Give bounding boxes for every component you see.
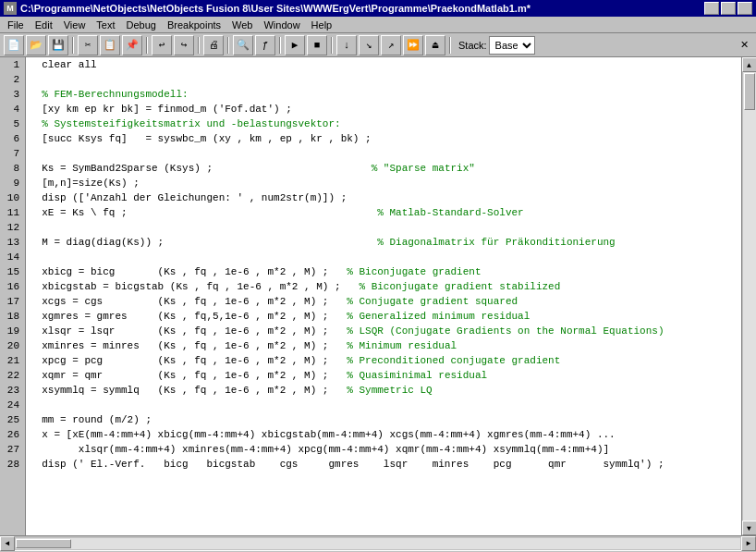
code-line-11: xE = Ks \ fq ; % Matlab-Standard-Solver xyxy=(26,205,741,220)
function-button[interactable]: ƒ xyxy=(255,35,275,55)
undo-button[interactable]: ↩ xyxy=(152,35,172,55)
code-line-26: x = [xE(mm-4:mm+4) xbicg(mm-4:mm+4) xbic… xyxy=(26,427,741,442)
print-button[interactable]: 🖨 xyxy=(203,35,224,55)
toolbar-sep-7 xyxy=(449,37,451,54)
toolbar-sep-4 xyxy=(227,37,229,54)
code-line-25: mm = round (m/2) ; xyxy=(26,412,741,427)
line-number-1: 1 xyxy=(4,57,21,72)
close-button[interactable] xyxy=(738,2,752,15)
code-line-20: xminres = minres (Ks , fq , 1e-6 , m*2 ,… xyxy=(26,338,741,353)
line-number-19: 19 xyxy=(4,324,21,338)
scroll-up-arrow[interactable]: ▲ xyxy=(742,57,757,72)
code-line-27: xlsqr(mm-4:mm+4) xminres(mm-4:mm+4) xpcg… xyxy=(26,442,741,457)
toolbar: 📄 📂 💾 ✂ 📋 📌 ↩ ↪ 🖨 🔍 ƒ ▶ ■ ↓ ↘ ↗ ⏩ ⏏ Stac… xyxy=(0,33,756,57)
run-button[interactable]: ▶ xyxy=(285,35,305,55)
toolbar-sep-1 xyxy=(72,37,74,54)
line-number-6: 6 xyxy=(4,131,21,146)
paste-button[interactable]: 📌 xyxy=(122,35,142,55)
line-number-20: 20 xyxy=(4,338,21,353)
cut-button[interactable]: ✂ xyxy=(78,35,98,55)
line-number-13: 13 xyxy=(4,235,21,250)
line-number-4: 4 xyxy=(4,102,21,117)
toolbar-close-button[interactable]: ✕ xyxy=(737,39,752,51)
line-number-8: 8 xyxy=(4,161,21,176)
menu-breakpoints[interactable]: Breakpoints xyxy=(162,18,226,31)
redo-button[interactable]: ↪ xyxy=(174,35,194,55)
menu-edit[interactable]: Edit xyxy=(30,18,58,31)
menu-window[interactable]: Window xyxy=(258,18,305,31)
menu-debug[interactable]: Debug xyxy=(121,18,162,31)
step-out-button[interactable]: ↗ xyxy=(381,35,401,55)
step-in-button[interactable]: ↘ xyxy=(359,35,379,55)
menu-help[interactable]: Help xyxy=(306,18,338,31)
minimize-button[interactable] xyxy=(704,2,719,15)
line-number-23: 23 xyxy=(4,383,21,398)
stop-button[interactable]: ■ xyxy=(307,35,327,55)
scroll-right-arrow[interactable]: ► xyxy=(741,536,756,551)
line-number-10: 10 xyxy=(4,190,21,205)
title-bar-buttons xyxy=(704,2,752,15)
editor-container: 1234567891011121314151617181920212223242… xyxy=(0,57,756,535)
menu-file[interactable]: File xyxy=(2,18,30,31)
menu-text[interactable]: Text xyxy=(91,18,120,31)
code-line-28: disp (' El.-Verf. bicg bicgstab cgs gmre… xyxy=(26,457,741,472)
line-number-15: 15 xyxy=(4,264,21,279)
line-number-9: 9 xyxy=(4,176,21,190)
title-bar-left: M C:\Programme\NetObjects\NetObjects Fus… xyxy=(4,2,530,15)
horizontal-scrollbar[interactable]: ◄ ► xyxy=(0,535,756,550)
code-line-6: [succ Ksys fq] = syswbc_m (xy , km , ep … xyxy=(26,131,741,146)
stack-label: Stack: xyxy=(458,40,487,51)
code-line-4: [xy km ep kr bk] = finmod_m ('Fof.dat') … xyxy=(26,102,741,117)
stack-dropdown[interactable]: Base xyxy=(489,36,535,55)
menu-bar: File Edit View Text Debug Breakpoints We… xyxy=(0,17,756,33)
code-line-10: disp (['Anzahl der Gleichungen: ' , num2… xyxy=(26,190,741,205)
scroll-down-arrow[interactable]: ▼ xyxy=(742,521,757,535)
toolbar-sep-5 xyxy=(279,37,281,54)
new-button[interactable]: 📄 xyxy=(4,35,24,55)
open-button[interactable]: 📂 xyxy=(26,35,46,55)
step-button[interactable]: ↓ xyxy=(336,35,357,55)
code-line-9: [m,n]=size(Ks) ; xyxy=(26,176,741,190)
continue-button[interactable]: ⏩ xyxy=(403,35,423,55)
line-number-28: 28 xyxy=(4,457,21,472)
toolbar-sep-6 xyxy=(331,37,333,54)
vertical-scrollbar[interactable]: ▲ ▼ xyxy=(741,57,756,535)
code-line-17: xcgs = cgs (Ks , fq , 1e-6 , m*2 , M) ; … xyxy=(26,294,741,309)
code-area[interactable]: clear all % FEM-Berechnungsmodell: [xy k… xyxy=(26,57,741,535)
code-line-21: xpcg = pcg (Ks , fq , 1e-6 , m*2 , M) ; … xyxy=(26,353,741,368)
code-line-22: xqmr = qmr (Ks , fq , 1e-6 , m*2 , M) ; … xyxy=(26,368,741,383)
line-number-7: 7 xyxy=(4,146,21,161)
line-number-27: 27 xyxy=(4,442,21,457)
menu-view[interactable]: View xyxy=(58,18,91,31)
code-line-24 xyxy=(26,398,741,412)
menu-web[interactable]: Web xyxy=(226,18,258,31)
line-number-14: 14 xyxy=(4,250,21,264)
code-line-2 xyxy=(26,72,741,87)
code-line-7 xyxy=(26,146,741,161)
window-title: C:\Programme\NetObjects\NetObjects Fusio… xyxy=(20,3,530,14)
code-line-3: % FEM-Berechnungsmodell: xyxy=(26,87,741,102)
line-number-11: 11 xyxy=(4,205,21,220)
scroll-left-arrow[interactable]: ◄ xyxy=(0,536,15,551)
save-button[interactable]: 💾 xyxy=(48,35,68,55)
line-number-25: 25 xyxy=(4,412,21,427)
scroll-track-v[interactable] xyxy=(743,72,756,521)
scroll-thumb-h[interactable] xyxy=(16,539,71,548)
find-button[interactable]: 🔍 xyxy=(233,35,253,55)
code-line-23: xsymmlq = symmlq (Ks , fq , 1e-6 , m*2 ,… xyxy=(26,383,741,398)
code-line-16: xbicgstab = bicgstab (Ks , fq , 1e-6 , m… xyxy=(26,279,741,294)
code-line-1: clear all xyxy=(26,57,741,72)
exit-debug-button[interactable]: ⏏ xyxy=(425,35,445,55)
line-numbers: 1234567891011121314151617181920212223242… xyxy=(0,57,26,535)
toolbar-sep-2 xyxy=(146,37,148,54)
line-number-26: 26 xyxy=(4,427,21,442)
title-bar: M C:\Programme\NetObjects\NetObjects Fus… xyxy=(0,0,756,17)
copy-button[interactable]: 📋 xyxy=(100,35,120,55)
scroll-thumb-v[interactable] xyxy=(744,73,755,110)
maximize-button[interactable] xyxy=(721,2,736,15)
code-line-18: xgmres = gmres (Ks , fq,5,1e-6 , m*2 , M… xyxy=(26,309,741,324)
code-line-14 xyxy=(26,250,741,264)
line-number-18: 18 xyxy=(4,309,21,324)
scroll-track-h[interactable] xyxy=(16,538,740,549)
line-number-24: 24 xyxy=(4,398,21,412)
